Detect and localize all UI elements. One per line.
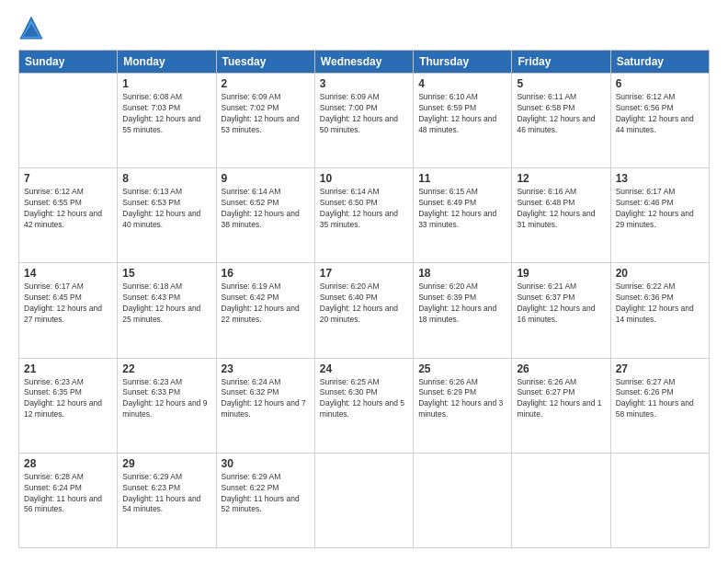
day-info: Sunrise: 6:22 AMSunset: 6:36 PMDaylight:… xyxy=(616,282,704,326)
day-number: 15 xyxy=(122,267,210,280)
calendar-cell-0-3: 3 Sunrise: 6:09 AMSunset: 7:00 PMDayligh… xyxy=(314,74,413,168)
day-info: Sunrise: 6:18 AMSunset: 6:43 PMDaylight:… xyxy=(122,282,210,326)
day-info: Sunrise: 6:17 AMSunset: 6:46 PMDaylight:… xyxy=(616,187,704,231)
day-number: 1 xyxy=(122,77,210,90)
calendar-cell-4-2: 30 Sunrise: 6:29 AMSunset: 6:22 PMDaylig… xyxy=(216,453,314,547)
calendar-cell-4-0: 28 Sunrise: 6:28 AMSunset: 6:24 PMDaylig… xyxy=(19,453,118,547)
weekday-header-friday: Friday xyxy=(512,51,610,74)
calendar-cell-4-1: 29 Sunrise: 6:29 AMSunset: 6:23 PMDaylig… xyxy=(118,453,216,547)
calendar-cell-1-1: 8 Sunrise: 6:13 AMSunset: 6:53 PMDayligh… xyxy=(118,168,216,263)
day-number: 4 xyxy=(418,77,506,90)
day-number: 7 xyxy=(24,172,112,185)
day-info: Sunrise: 6:24 AMSunset: 6:32 PMDaylight:… xyxy=(222,377,310,421)
day-info: Sunrise: 6:14 AMSunset: 6:50 PMDaylight:… xyxy=(320,187,408,231)
week-row-1: 1 Sunrise: 6:08 AMSunset: 7:03 PMDayligh… xyxy=(19,74,710,168)
weekday-header-row: SundayMondayTuesdayWednesdayThursdayFrid… xyxy=(19,51,710,74)
calendar-cell-2-3: 17 Sunrise: 6:20 AMSunset: 6:40 PMDaylig… xyxy=(314,263,413,358)
day-info: Sunrise: 6:13 AMSunset: 6:53 PMDaylight:… xyxy=(122,187,210,231)
calendar-cell-4-5 xyxy=(512,453,610,547)
calendar-cell-0-0 xyxy=(19,74,118,168)
day-info: Sunrise: 6:17 AMSunset: 6:45 PMDaylight:… xyxy=(24,282,112,326)
week-row-3: 14 Sunrise: 6:17 AMSunset: 6:45 PMDaylig… xyxy=(19,263,710,358)
day-info: Sunrise: 6:29 AMSunset: 6:22 PMDaylight:… xyxy=(222,472,310,516)
day-info: Sunrise: 6:15 AMSunset: 6:49 PMDaylight:… xyxy=(418,187,506,231)
day-number: 6 xyxy=(616,77,704,90)
day-number: 20 xyxy=(616,267,704,280)
calendar-cell-2-0: 14 Sunrise: 6:17 AMSunset: 6:45 PMDaylig… xyxy=(19,263,118,358)
calendar-cell-3-0: 21 Sunrise: 6:23 AMSunset: 6:35 PMDaylig… xyxy=(19,358,118,453)
day-info: Sunrise: 6:26 AMSunset: 6:29 PMDaylight:… xyxy=(418,377,506,421)
calendar-cell-0-4: 4 Sunrise: 6:10 AMSunset: 6:59 PMDayligh… xyxy=(414,74,512,168)
weekday-header-thursday: Thursday xyxy=(414,51,512,74)
day-info: Sunrise: 6:11 AMSunset: 6:58 PMDaylight:… xyxy=(517,92,605,136)
day-number: 19 xyxy=(517,267,605,280)
day-info: Sunrise: 6:23 AMSunset: 6:33 PMDaylight:… xyxy=(122,377,210,421)
day-number: 10 xyxy=(320,172,408,185)
calendar-cell-2-5: 19 Sunrise: 6:21 AMSunset: 6:37 PMDaylig… xyxy=(512,263,610,358)
calendar-cell-4-6 xyxy=(610,453,709,547)
day-info: Sunrise: 6:10 AMSunset: 6:59 PMDaylight:… xyxy=(418,92,506,136)
logo-icon xyxy=(18,15,44,40)
calendar-cell-2-6: 20 Sunrise: 6:22 AMSunset: 6:36 PMDaylig… xyxy=(610,263,709,358)
calendar-cell-1-6: 13 Sunrise: 6:17 AMSunset: 6:46 PMDaylig… xyxy=(610,168,709,263)
calendar-cell-2-2: 16 Sunrise: 6:19 AMSunset: 6:42 PMDaylig… xyxy=(216,263,314,358)
calendar-cell-1-4: 11 Sunrise: 6:15 AMSunset: 6:49 PMDaylig… xyxy=(414,168,512,263)
day-number: 3 xyxy=(320,77,408,90)
day-number: 29 xyxy=(122,457,210,470)
day-number: 23 xyxy=(222,362,310,375)
day-info: Sunrise: 6:09 AMSunset: 7:00 PMDaylight:… xyxy=(320,92,408,136)
day-number: 13 xyxy=(616,172,704,185)
weekday-header-saturday: Saturday xyxy=(610,51,709,74)
day-info: Sunrise: 6:21 AMSunset: 6:37 PMDaylight:… xyxy=(517,282,605,326)
calendar-cell-4-3 xyxy=(314,453,413,547)
day-info: Sunrise: 6:16 AMSunset: 6:48 PMDaylight:… xyxy=(517,187,605,231)
day-number: 8 xyxy=(122,172,210,185)
calendar-body: 1 Sunrise: 6:08 AMSunset: 7:03 PMDayligh… xyxy=(19,74,710,548)
day-info: Sunrise: 6:23 AMSunset: 6:35 PMDaylight:… xyxy=(24,377,112,421)
day-number: 18 xyxy=(418,267,506,280)
day-info: Sunrise: 6:25 AMSunset: 6:30 PMDaylight:… xyxy=(320,377,408,421)
day-number: 5 xyxy=(517,77,605,90)
day-info: Sunrise: 6:20 AMSunset: 6:39 PMDaylight:… xyxy=(418,282,506,326)
day-info: Sunrise: 6:29 AMSunset: 6:23 PMDaylight:… xyxy=(122,472,210,516)
day-info: Sunrise: 6:20 AMSunset: 6:40 PMDaylight:… xyxy=(320,282,408,326)
day-number: 22 xyxy=(122,362,210,375)
calendar-cell-2-1: 15 Sunrise: 6:18 AMSunset: 6:43 PMDaylig… xyxy=(118,263,216,358)
calendar-cell-0-2: 2 Sunrise: 6:09 AMSunset: 7:02 PMDayligh… xyxy=(216,74,314,168)
day-info: Sunrise: 6:27 AMSunset: 6:26 PMDaylight:… xyxy=(616,377,704,421)
week-row-2: 7 Sunrise: 6:12 AMSunset: 6:55 PMDayligh… xyxy=(19,168,710,263)
page: SundayMondayTuesdayWednesdayThursdayFrid… xyxy=(0,0,728,563)
day-number: 17 xyxy=(320,267,408,280)
day-number: 12 xyxy=(517,172,605,185)
calendar-cell-3-4: 25 Sunrise: 6:26 AMSunset: 6:29 PMDaylig… xyxy=(414,358,512,453)
calendar-cell-3-1: 22 Sunrise: 6:23 AMSunset: 6:33 PMDaylig… xyxy=(118,358,216,453)
day-number: 28 xyxy=(24,457,112,470)
calendar-cell-0-5: 5 Sunrise: 6:11 AMSunset: 6:58 PMDayligh… xyxy=(512,74,610,168)
week-row-5: 28 Sunrise: 6:28 AMSunset: 6:24 PMDaylig… xyxy=(19,453,710,547)
day-number: 14 xyxy=(24,267,112,280)
weekday-header-monday: Monday xyxy=(118,51,216,74)
weekday-header-tuesday: Tuesday xyxy=(216,51,314,74)
calendar-cell-1-5: 12 Sunrise: 6:16 AMSunset: 6:48 PMDaylig… xyxy=(512,168,610,263)
day-number: 21 xyxy=(24,362,112,375)
day-number: 24 xyxy=(320,362,408,375)
day-number: 30 xyxy=(222,457,310,470)
calendar-table: SundayMondayTuesdayWednesdayThursdayFrid… xyxy=(18,50,710,548)
calendar-cell-0-6: 6 Sunrise: 6:12 AMSunset: 6:56 PMDayligh… xyxy=(610,74,709,168)
calendar-cell-4-4 xyxy=(414,453,512,547)
calendar-cell-3-6: 27 Sunrise: 6:27 AMSunset: 6:26 PMDaylig… xyxy=(610,358,709,453)
calendar-cell-1-2: 9 Sunrise: 6:14 AMSunset: 6:52 PMDayligh… xyxy=(216,168,314,263)
calendar-cell-1-0: 7 Sunrise: 6:12 AMSunset: 6:55 PMDayligh… xyxy=(19,168,118,263)
calendar-cell-3-3: 24 Sunrise: 6:25 AMSunset: 6:30 PMDaylig… xyxy=(314,358,413,453)
day-info: Sunrise: 6:14 AMSunset: 6:52 PMDaylight:… xyxy=(222,187,310,231)
week-row-4: 21 Sunrise: 6:23 AMSunset: 6:35 PMDaylig… xyxy=(19,358,710,453)
day-info: Sunrise: 6:28 AMSunset: 6:24 PMDaylight:… xyxy=(24,472,112,516)
day-number: 16 xyxy=(222,267,310,280)
day-info: Sunrise: 6:12 AMSunset: 6:55 PMDaylight:… xyxy=(24,187,112,231)
calendar-cell-0-1: 1 Sunrise: 6:08 AMSunset: 7:03 PMDayligh… xyxy=(118,74,216,168)
header xyxy=(18,15,710,40)
day-number: 27 xyxy=(616,362,704,375)
day-number: 2 xyxy=(222,77,310,90)
day-number: 11 xyxy=(418,172,506,185)
day-info: Sunrise: 6:09 AMSunset: 7:02 PMDaylight:… xyxy=(222,92,310,136)
